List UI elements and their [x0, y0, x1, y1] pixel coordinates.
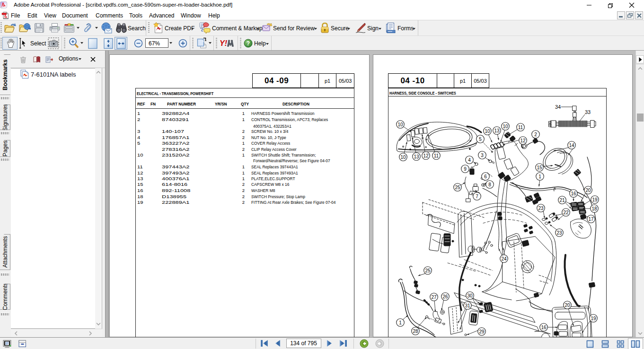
svg-text:15: 15: [537, 165, 542, 170]
svg-text:19: 19: [591, 316, 596, 321]
svg-text:23: 23: [556, 230, 562, 236]
svg-text:13: 13: [494, 128, 500, 133]
svg-text:25: 25: [425, 268, 431, 273]
svg-text:6: 6: [484, 174, 487, 179]
svg-text:30: 30: [467, 293, 473, 298]
svg-text:8: 8: [488, 182, 491, 187]
svg-text:20: 20: [585, 188, 591, 193]
svg-text:12: 12: [520, 138, 526, 143]
svg-text:24: 24: [501, 256, 507, 262]
svg-text:22: 22: [563, 210, 569, 215]
svg-text:14: 14: [569, 143, 574, 148]
svg-text:10: 10: [485, 129, 490, 134]
svg-text:1: 1: [399, 320, 402, 325]
svg-text:29: 29: [479, 329, 485, 334]
svg-text:26: 26: [442, 294, 448, 299]
svg-text:11: 11: [518, 125, 523, 130]
svg-text:21: 21: [559, 198, 565, 203]
svg-text:34: 34: [555, 104, 561, 110]
svg-text:10: 10: [400, 155, 406, 160]
svg-text:23: 23: [538, 206, 544, 211]
svg-text:10: 10: [503, 124, 508, 129]
svg-text:1: 1: [538, 174, 541, 179]
svg-text:25: 25: [455, 185, 460, 190]
svg-text:12: 12: [423, 153, 429, 158]
svg-text:11: 11: [434, 153, 439, 158]
svg-text:4: 4: [468, 157, 471, 163]
svg-text:?: ?: [247, 40, 250, 47]
svg-text:17: 17: [588, 217, 594, 222]
svg-text:13: 13: [414, 154, 419, 159]
svg-text:2: 2: [534, 132, 537, 137]
svg-text:7: 7: [476, 194, 478, 199]
svg-text:10: 10: [397, 122, 403, 127]
svg-text:27: 27: [431, 295, 437, 300]
svg-text:5: 5: [479, 137, 482, 142]
svg-text:19: 19: [592, 197, 598, 202]
svg-text:Y!: Y!: [220, 39, 228, 47]
svg-text:33: 33: [585, 109, 591, 115]
svg-text:9: 9: [464, 166, 467, 172]
svg-text:18: 18: [591, 206, 597, 211]
svg-text:28: 28: [413, 329, 418, 334]
svg-text:31: 31: [465, 303, 470, 308]
svg-text:16: 16: [541, 325, 547, 330]
svg-text:20: 20: [565, 303, 570, 308]
svg-text:16: 16: [571, 191, 576, 196]
svg-text:3: 3: [481, 153, 484, 158]
